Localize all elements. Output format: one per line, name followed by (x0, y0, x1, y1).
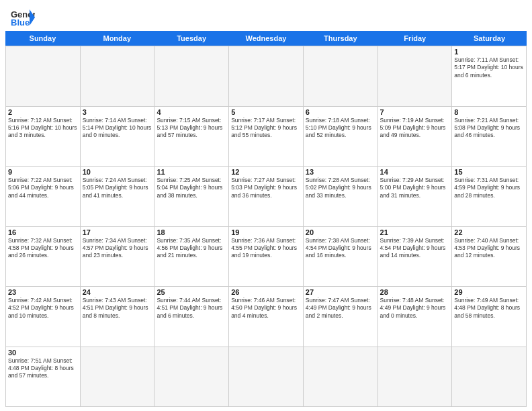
day-number: 23 (8, 288, 78, 296)
calendar-cell (154, 46, 229, 107)
day-number: 28 (380, 288, 450, 296)
calendar-cell: 20Sunrise: 7:38 AM Sunset: 4:54 PM Dayli… (304, 227, 378, 287)
calendar-cell (154, 347, 229, 408)
calendar-cell: 7Sunrise: 7:19 AM Sunset: 5:09 PM Daylig… (378, 107, 453, 167)
calendar-cell: 6Sunrise: 7:18 AM Sunset: 5:10 PM Daylig… (304, 107, 378, 167)
day-info: Sunrise: 7:48 AM Sunset: 4:49 PM Dayligh… (380, 297, 450, 320)
calendar-cell: 10Sunrise: 7:24 AM Sunset: 5:05 PM Dayli… (81, 167, 155, 227)
calendar-cell: 24Sunrise: 7:43 AM Sunset: 4:51 PM Dayli… (81, 287, 155, 347)
day-info: Sunrise: 7:46 AM Sunset: 4:50 PM Dayligh… (231, 297, 301, 320)
header: General Blue (0, 0, 532, 31)
day-number: 4 (157, 108, 226, 116)
calendar-cell (304, 46, 378, 107)
calendar-body: 1Sunrise: 7:11 AM Sunset: 5:17 PM Daylig… (5, 46, 527, 407)
calendar-cell: 13Sunrise: 7:28 AM Sunset: 5:02 PM Dayli… (304, 167, 378, 227)
day-number: 14 (380, 168, 450, 176)
calendar-cell: 12Sunrise: 7:27 AM Sunset: 5:03 PM Dayli… (229, 167, 304, 227)
day-info: Sunrise: 7:51 AM Sunset: 4:48 PM Dayligh… (8, 357, 78, 380)
day-number: 27 (306, 288, 375, 296)
day-info: Sunrise: 7:25 AM Sunset: 5:04 PM Dayligh… (157, 177, 226, 199)
day-number: 21 (380, 228, 450, 236)
day-info: Sunrise: 7:34 AM Sunset: 4:57 PM Dayligh… (83, 237, 152, 260)
calendar-cell (378, 46, 453, 107)
day-info: Sunrise: 7:31 AM Sunset: 4:59 PM Dayligh… (454, 177, 524, 199)
calendar-header: SundayMondayTuesdayWednesdayThursdayFrid… (5, 31, 527, 46)
calendar-cell: 23Sunrise: 7:42 AM Sunset: 4:52 PM Dayli… (6, 287, 81, 347)
day-info: Sunrise: 7:43 AM Sunset: 4:51 PM Dayligh… (83, 297, 152, 320)
day-number: 19 (231, 228, 301, 236)
calendar-cell: 5Sunrise: 7:17 AM Sunset: 5:12 PM Daylig… (229, 107, 304, 167)
calendar-cell: 15Sunrise: 7:31 AM Sunset: 4:59 PM Dayli… (452, 167, 527, 227)
day-number: 15 (454, 168, 524, 176)
day-info: Sunrise: 7:39 AM Sunset: 4:54 PM Dayligh… (380, 237, 450, 260)
day-number: 2 (8, 108, 78, 116)
calendar-cell (229, 46, 304, 107)
calendar-cell (81, 347, 155, 408)
calendar-cell: 1Sunrise: 7:11 AM Sunset: 5:17 PM Daylig… (452, 46, 527, 107)
calendar: SundayMondayTuesdayWednesdayThursdayFrid… (0, 31, 532, 411)
day-info: Sunrise: 7:22 AM Sunset: 5:06 PM Dayligh… (8, 177, 78, 199)
day-info: Sunrise: 7:36 AM Sunset: 4:55 PM Dayligh… (231, 237, 301, 260)
weekday-header: Sunday (5, 31, 80, 46)
calendar-cell: 21Sunrise: 7:39 AM Sunset: 4:54 PM Dayli… (378, 227, 453, 287)
calendar-cell: 19Sunrise: 7:36 AM Sunset: 4:55 PM Dayli… (229, 227, 304, 287)
weekday-header: Tuesday (154, 31, 229, 46)
calendar-cell: 27Sunrise: 7:47 AM Sunset: 4:49 PM Dayli… (304, 287, 378, 347)
day-number: 3 (83, 108, 152, 116)
day-number: 29 (454, 288, 524, 296)
calendar-cell (81, 46, 155, 107)
calendar-cell (6, 46, 81, 107)
day-number: 12 (231, 168, 301, 176)
day-info: Sunrise: 7:19 AM Sunset: 5:09 PM Dayligh… (380, 117, 450, 140)
day-info: Sunrise: 7:18 AM Sunset: 5:10 PM Dayligh… (306, 117, 375, 140)
svg-text:Blue: Blue (11, 17, 30, 27)
day-info: Sunrise: 7:42 AM Sunset: 4:52 PM Dayligh… (8, 297, 78, 320)
day-info: Sunrise: 7:12 AM Sunset: 5:16 PM Dayligh… (8, 117, 78, 140)
day-info: Sunrise: 7:40 AM Sunset: 4:53 PM Dayligh… (454, 237, 524, 260)
day-number: 25 (157, 288, 226, 296)
day-number: 6 (306, 108, 375, 116)
weekday-header: Saturday (452, 31, 527, 46)
calendar-cell: 18Sunrise: 7:35 AM Sunset: 4:56 PM Dayli… (154, 227, 229, 287)
day-number: 10 (83, 168, 152, 176)
calendar-cell: 22Sunrise: 7:40 AM Sunset: 4:53 PM Dayli… (452, 227, 527, 287)
day-number: 22 (454, 228, 524, 236)
day-number: 13 (306, 168, 375, 176)
day-info: Sunrise: 7:47 AM Sunset: 4:49 PM Dayligh… (306, 297, 375, 320)
calendar-cell (378, 347, 453, 408)
day-info: Sunrise: 7:17 AM Sunset: 5:12 PM Dayligh… (231, 117, 301, 140)
day-number: 24 (83, 288, 152, 296)
calendar-cell: 3Sunrise: 7:14 AM Sunset: 5:14 PM Daylig… (81, 107, 155, 167)
day-info: Sunrise: 7:15 AM Sunset: 5:13 PM Dayligh… (157, 117, 226, 140)
day-number: 30 (8, 349, 78, 357)
weekday-header: Friday (378, 31, 452, 46)
day-info: Sunrise: 7:27 AM Sunset: 5:03 PM Dayligh… (231, 177, 301, 199)
day-info: Sunrise: 7:14 AM Sunset: 5:14 PM Dayligh… (83, 117, 152, 140)
day-info: Sunrise: 7:11 AM Sunset: 5:17 PM Dayligh… (454, 56, 524, 79)
day-info: Sunrise: 7:38 AM Sunset: 4:54 PM Dayligh… (306, 237, 375, 260)
day-info: Sunrise: 7:28 AM Sunset: 5:02 PM Dayligh… (306, 177, 375, 199)
day-info: Sunrise: 7:32 AM Sunset: 4:58 PM Dayligh… (8, 237, 78, 260)
weekday-header: Wednesday (229, 31, 304, 46)
calendar-cell (452, 347, 527, 408)
calendar-cell: 11Sunrise: 7:25 AM Sunset: 5:04 PM Dayli… (154, 167, 229, 227)
calendar-cell: 29Sunrise: 7:49 AM Sunset: 4:48 PM Dayli… (452, 287, 527, 347)
calendar-cell: 17Sunrise: 7:34 AM Sunset: 4:57 PM Dayli… (81, 227, 155, 287)
calendar-cell (304, 347, 378, 408)
day-number: 8 (454, 108, 524, 116)
calendar-cell: 25Sunrise: 7:44 AM Sunset: 4:51 PM Dayli… (154, 287, 229, 347)
weekday-header: Thursday (303, 31, 378, 46)
day-info: Sunrise: 7:21 AM Sunset: 5:08 PM Dayligh… (454, 117, 524, 140)
logo: General Blue (11, 8, 35, 27)
calendar-cell: 16Sunrise: 7:32 AM Sunset: 4:58 PM Dayli… (6, 227, 81, 287)
calendar-cell: 8Sunrise: 7:21 AM Sunset: 5:08 PM Daylig… (452, 107, 527, 167)
calendar-cell (229, 347, 304, 408)
day-number: 17 (83, 228, 152, 236)
day-number: 9 (8, 168, 78, 176)
day-number: 20 (306, 228, 375, 236)
day-number: 16 (8, 228, 78, 236)
day-info: Sunrise: 7:29 AM Sunset: 5:00 PM Dayligh… (380, 177, 450, 199)
day-info: Sunrise: 7:44 AM Sunset: 4:51 PM Dayligh… (157, 297, 226, 320)
calendar-cell: 2Sunrise: 7:12 AM Sunset: 5:16 PM Daylig… (6, 107, 81, 167)
day-number: 1 (454, 48, 524, 56)
